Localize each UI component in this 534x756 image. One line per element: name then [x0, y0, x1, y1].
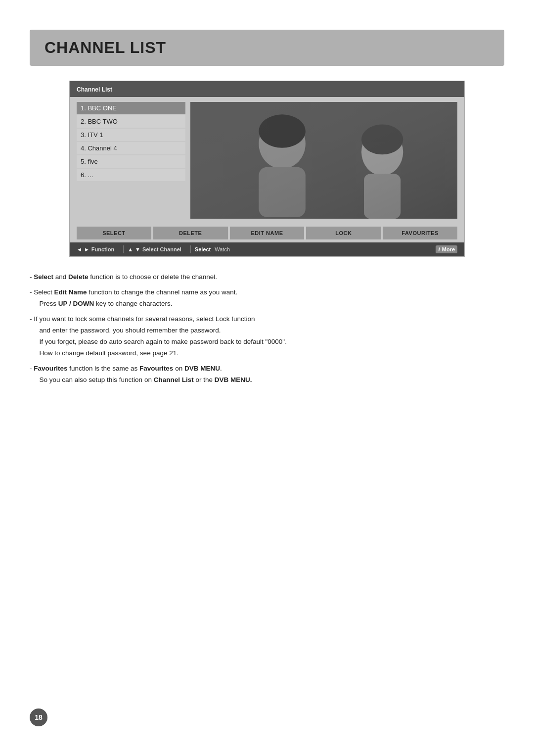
channel-entry-6[interactable]: 6. ... — [77, 169, 185, 181]
preview-image — [190, 102, 457, 219]
channel-entry-1[interactable]: 1. BBC ONE — [77, 102, 185, 114]
desc-favourites: - Favourites function is the same as Fav… — [30, 363, 504, 386]
nav-row: ◄ ► Function ▲ ▼ Select Channel Select W… — [70, 242, 464, 256]
desc-lock: - If you want to lock some channels for … — [30, 314, 504, 359]
page-title-banner: CHANNEL LIST — [30, 30, 504, 66]
lock-button[interactable]: LOCK — [306, 227, 381, 239]
svg-rect-8 — [190, 102, 457, 219]
down-arrow-icon: ▼ — [135, 246, 140, 252]
select-channel-label: Select Channel — [142, 246, 181, 252]
channel-entry-4[interactable]: 4. Channel 4 — [77, 142, 185, 154]
more-badge[interactable]: i More — [436, 245, 457, 253]
info-icon: i — [438, 246, 440, 253]
page-number: 18 — [30, 709, 47, 726]
select-button[interactable]: SELECT — [77, 227, 151, 239]
nav-divider-2 — [190, 245, 191, 253]
desc-edit-name: - Select Edit Name function to change th… — [30, 287, 504, 310]
description-area: - Select and Delete function is to choos… — [30, 272, 504, 385]
favourites-button[interactable]: FAVOURITES — [383, 227, 457, 239]
button-row: SELECT DELETE EDIT NAME LOCK FAVOURITES — [70, 224, 464, 242]
desc-select-delete: - Select and Delete function is to choos… — [30, 272, 504, 283]
delete-button[interactable]: DELETE — [153, 227, 228, 239]
page-title: CHANNEL LIST — [44, 39, 490, 57]
edit-name-button[interactable]: EDIT NAME — [230, 227, 305, 239]
left-arrow-icon: ◄ — [77, 246, 82, 252]
channel-entry-3[interactable]: 3. ITV 1 — [77, 129, 185, 141]
channel-list-body: 1. BBC ONE 2. BBC TWO 3. ITV 1 4. Channe… — [70, 97, 464, 224]
channel-preview — [190, 102, 457, 219]
channel-entry-2[interactable]: 2. BBC TWO — [77, 115, 185, 128]
watch-nav-label: Watch — [215, 246, 230, 252]
nav-watch-item: Select Watch — [195, 246, 235, 252]
channel-entry-5[interactable]: 5. five — [77, 155, 185, 168]
more-label: More — [442, 246, 455, 252]
ui-screenshot: Channel List 1. BBC ONE 2. BBC TWO 3. IT… — [69, 81, 465, 257]
channel-list-header: Channel List — [70, 81, 464, 97]
function-label: Function — [91, 246, 114, 252]
channel-entries: 1. BBC ONE 2. BBC TWO 3. ITV 1 4. Channe… — [77, 102, 185, 219]
nav-select-channel-item: ▲ ▼ Select Channel — [128, 246, 186, 252]
up-arrow-icon: ▲ — [128, 246, 133, 252]
right-arrow-icon: ► — [84, 246, 89, 252]
nav-divider-1 — [123, 245, 124, 253]
nav-function-item: ◄ ► Function — [77, 246, 119, 252]
channel-list-header-label: Channel List — [77, 86, 112, 93]
select-nav-label: Select — [195, 246, 211, 252]
